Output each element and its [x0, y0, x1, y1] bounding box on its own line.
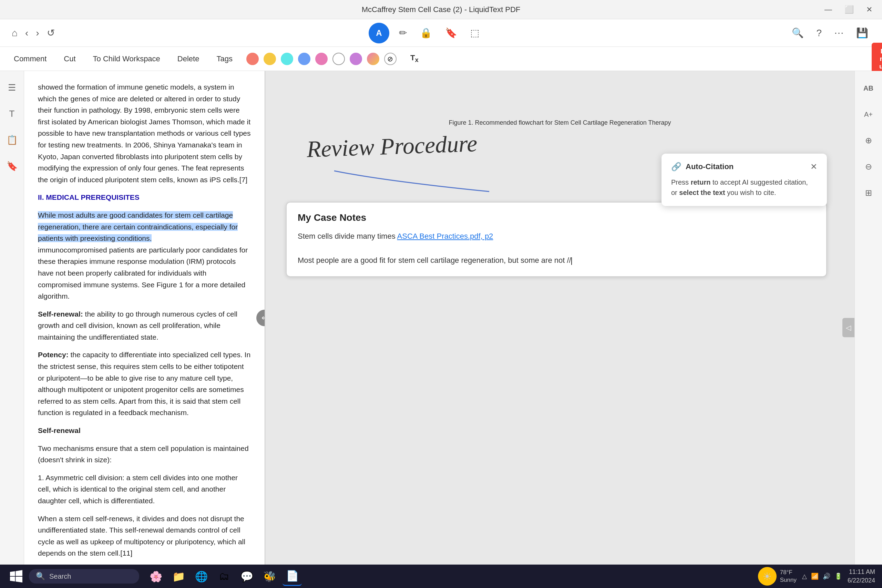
- color-blue[interactable]: [298, 53, 310, 65]
- taskbar-app-lotus[interactable]: 🌸: [146, 567, 165, 586]
- back-button[interactable]: ‹: [24, 26, 30, 40]
- sidebar-list-icon[interactable]: ☰: [2, 78, 22, 97]
- taskbar-app-liquidtext[interactable]: 📄: [282, 567, 302, 586]
- sidebar-copy-icon[interactable]: 📋: [2, 130, 22, 150]
- pdf-self-renewal: Self-renewal: the ability to go through …: [38, 308, 251, 343]
- auto-citation-link-icon: 🔗: [671, 162, 681, 171]
- text-format-button[interactable]: Tx: [407, 51, 422, 66]
- case-notes-body: Stem cells divide many times ASCA Best P…: [298, 230, 815, 267]
- windows-logo-icon: [10, 570, 22, 582]
- popup-close-button[interactable]: ✕: [810, 162, 817, 171]
- pdf-self-renews: When a stem cell self-renews, it divides…: [38, 513, 251, 559]
- text-cursor: [571, 257, 572, 265]
- weather-text: 78°F Sunny: [780, 569, 796, 584]
- handwriting-svg: Review Procedure: [299, 122, 514, 164]
- maximize-button[interactable]: ⬜: [842, 4, 856, 15]
- search-button[interactable]: 🔍: [788, 25, 807, 40]
- tray-icon-wifi: 📶: [811, 573, 819, 580]
- tray-icon-network: △: [802, 573, 807, 580]
- color-mixed[interactable]: [367, 53, 380, 65]
- minimize-button[interactable]: —: [822, 4, 835, 15]
- taskbar-search-icon: 🔍: [36, 572, 45, 581]
- main-content: ☰ T 📋 🔖 showed the formation of immune g…: [0, 71, 882, 565]
- fit-page-button[interactable]: ⊞: [858, 183, 879, 203]
- system-clock: 11:11 AM 6/22/2024: [848, 568, 875, 585]
- pdf-area[interactable]: showed the formation of immune genetic m…: [24, 71, 265, 565]
- select-tool-button[interactable]: ⬚: [467, 25, 483, 40]
- color-red[interactable]: [246, 53, 259, 65]
- close-button[interactable]: ✕: [863, 4, 875, 15]
- zoom-in-button[interactable]: ⊕: [858, 130, 879, 151]
- sidebar-text-icon[interactable]: T: [2, 104, 22, 123]
- taskbar-app-teams[interactable]: 🐝: [260, 567, 279, 586]
- titlebar-title: McCaffrey Stem Cell Case (2) - LiquidTex…: [362, 5, 520, 14]
- toolbar-center: A ✏ 🔒 🔖 ⬚: [369, 23, 483, 44]
- sidebar-bookmark-icon[interactable]: 🔖: [2, 156, 22, 176]
- save-button[interactable]: 💾: [853, 25, 872, 40]
- left-sidebar: ☰ T 📋 🔖: [0, 71, 24, 565]
- comment-button[interactable]: Comment: [10, 52, 50, 66]
- delete-button[interactable]: Delete: [174, 52, 203, 66]
- start-button[interactable]: [7, 567, 26, 586]
- taskbar-app-explorer[interactable]: 🗂: [214, 567, 234, 586]
- bookmark-button[interactable]: 🔖: [442, 25, 460, 40]
- taskbar: 🔍 Search 🌸 📁 🌐 🗂 💬 🐝 📄 ☀ 78°F Sunny △ 📶 …: [0, 565, 882, 588]
- pdf-potency: Potency: the capacity to differentiate i…: [38, 349, 251, 418]
- citation-link[interactable]: ASCA Best Practices.pdf, p2: [397, 232, 494, 240]
- color-slash[interactable]: ⊘: [384, 53, 396, 65]
- auto-citation-title: Auto-Citation: [686, 162, 734, 171]
- weather-widget: ☀ 78°F Sunny: [758, 567, 796, 586]
- popup-header: 🔗 Auto-Citation ✕: [671, 162, 817, 171]
- pdf-section-heading: II. MEDICAL PREREQUISITES: [38, 192, 251, 203]
- pdf-mechanism-1: 1. Asymmetric cell division: a stem cell…: [38, 472, 251, 507]
- more-options-button[interactable]: ⋯: [831, 25, 847, 40]
- titlebar: McCaffrey Stem Cell Case (2) - LiquidTex…: [0, 0, 882, 19]
- home-button[interactable]: ⌂: [10, 26, 19, 40]
- tray-icon-battery: 🔋: [834, 573, 842, 580]
- pdf-body-1: showed the formation of immune genetic m…: [38, 81, 251, 185]
- cut-button[interactable]: Cut: [60, 52, 79, 66]
- taskbar-app-files[interactable]: 📁: [169, 567, 188, 586]
- color-cyan[interactable]: [281, 53, 293, 65]
- undo-button[interactable]: ↺: [45, 26, 56, 40]
- tray-icon-volume: 🔊: [823, 573, 830, 580]
- ab-button[interactable]: AB: [858, 78, 879, 99]
- right-sidebar: AB A+ ⊕ ⊖ ⊞ ◁: [854, 71, 882, 565]
- color-purple[interactable]: [350, 53, 362, 65]
- help-button[interactable]: ?: [813, 26, 825, 40]
- titlebar-controls: — ⬜ ✕: [822, 4, 875, 15]
- taskbar-right: ☀ 78°F Sunny △ 📶 🔊 🔋 11:11 AM 6/22/2024: [758, 567, 875, 586]
- case-notes-title: My Case Notes: [298, 212, 815, 223]
- tags-button[interactable]: Tags: [213, 52, 236, 66]
- zoom-out-button[interactable]: ⊖: [858, 156, 879, 177]
- color-yellow[interactable]: [264, 53, 276, 65]
- taskbar-search-button[interactable]: 🔍 Search: [29, 569, 139, 584]
- split-handle[interactable]: ⇔: [256, 310, 265, 326]
- pdf-content: showed the formation of immune genetic m…: [38, 81, 251, 565]
- lock-button[interactable]: 🔒: [417, 25, 435, 40]
- user-avatar-button[interactable]: A: [369, 23, 389, 44]
- sun-icon: ☀: [758, 567, 777, 586]
- case-notes-card[interactable]: My Case Notes Stem cells divide many tim…: [286, 202, 827, 277]
- zoom-in-text-button[interactable]: A+: [858, 104, 879, 125]
- taskbar-search-text: Search: [49, 573, 71, 580]
- forward-button[interactable]: ›: [34, 26, 40, 40]
- pdf-highlighted-paragraph: While most adults are good candidates fo…: [38, 209, 251, 302]
- pen-tool-button[interactable]: ✏: [396, 25, 410, 40]
- color-white[interactable]: [333, 53, 345, 65]
- toolbar-right: 🔍 ? ⋯ 💾: [788, 25, 872, 40]
- toolbar-nav: ⌂ ‹ › ↺: [10, 26, 56, 40]
- system-tray: △ 📶 🔊 🔋: [802, 573, 842, 580]
- svg-text:Review Procedure: Review Procedure: [306, 130, 478, 162]
- auto-citation-popup: 🔗 Auto-Citation ✕ Press return to accept…: [662, 154, 827, 206]
- right-collapse-button[interactable]: ◁: [842, 318, 854, 337]
- taskbar-app-browser[interactable]: 🌐: [192, 567, 211, 586]
- to-child-workspace-button[interactable]: To Child Workspace: [90, 52, 164, 66]
- taskbar-app-chat[interactable]: 💬: [237, 567, 256, 586]
- color-palette: ⊘: [246, 53, 396, 65]
- main-toolbar: ⌂ ‹ › ↺ A ✏ 🔒 🔖 ⬚ 🔍 ? ⋯ 💾: [0, 19, 882, 47]
- do-not-use-note-2: Do not use: [872, 43, 882, 75]
- workspace-area[interactable]: Figure 1. Recommended flowchart for Stem…: [265, 71, 854, 565]
- color-pink[interactable]: [315, 53, 328, 65]
- pdf-self-renewal-label: Self-renewal: [38, 425, 251, 436]
